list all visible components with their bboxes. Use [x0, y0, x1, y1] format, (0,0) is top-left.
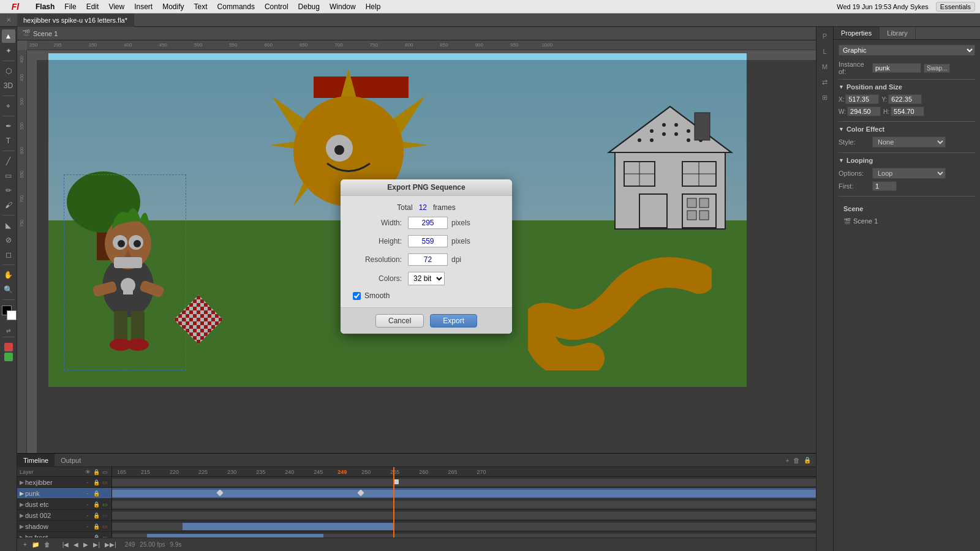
btn-play[interactable]: ▶	[82, 541, 89, 548]
options-select[interactable]: Loop Play Once Single Frame	[872, 168, 946, 179]
file-tab[interactable]: hexjibber vs spike-u v16 letters.fla*	[17, 13, 134, 27]
btn-delete-layer[interactable]: 🗑	[43, 541, 51, 548]
menu-modify[interactable]: Modify	[157, 0, 189, 13]
btn-add-folder[interactable]: 📁	[31, 541, 40, 548]
swap-colors-icon[interactable]: ⇄	[6, 328, 11, 334]
btn-first-frame[interactable]: |◀	[61, 541, 70, 548]
tool-brush[interactable]: 🖌	[2, 198, 15, 212]
menu-view[interactable]: View	[104, 0, 129, 13]
tool-paint-bucket[interactable]: ◣	[2, 219, 15, 232]
first-input[interactable]	[872, 181, 897, 191]
essentials-button[interactable]: Essentials	[936, 2, 975, 12]
menu-commands[interactable]: Commands	[213, 0, 260, 13]
tool-select[interactable]: ▲	[2, 29, 15, 43]
width-input[interactable]	[408, 217, 448, 229]
btn-add-layer[interactable]: +	[22, 541, 28, 548]
type-select[interactable]: Graphic Movie Clip Button	[839, 45, 975, 56]
layer-outline-dust[interactable]: ▭	[100, 501, 109, 508]
tool-pencil[interactable]: ✏	[2, 184, 15, 197]
instance-of-input[interactable]	[872, 63, 921, 73]
scene-item-1[interactable]: 🎬 Scene 1	[843, 216, 970, 226]
snap-to-grid[interactable]	[4, 353, 13, 361]
colors-select[interactable]: 32 bit 24 bit 8 bit	[408, 272, 445, 285]
layer-dust-002[interactable]: ▶ dust 002 · 🔒 ▭	[17, 510, 111, 521]
layer-eye-shadow[interactable]: ·	[83, 523, 92, 530]
panel-icon-transform[interactable]: ⊞	[818, 91, 832, 104]
layer-eye-hexjibber[interactable]: ·	[83, 479, 92, 485]
resolution-input[interactable]	[408, 253, 448, 266]
layer-outline-punk[interactable]: ▭	[100, 490, 109, 497]
menu-file[interactable]: File	[59, 0, 81, 13]
btn-prev-frame[interactable]: ◀	[72, 541, 80, 548]
layer-dust-etc[interactable]: ▶ dust etc · 🔒 ▭	[17, 499, 111, 510]
panel-icon-swap[interactable]: ⇄	[818, 75, 832, 89]
tool-rect[interactable]: ▭	[2, 169, 15, 182]
tool-lasso[interactable]: ⌖	[2, 99, 15, 113]
panel-icon-motion[interactable]: M	[818, 60, 832, 73]
menu-help[interactable]: Help	[361, 0, 386, 13]
snap-to-objects[interactable]	[4, 343, 13, 351]
tool-freetransform[interactable]: ⬡	[2, 64, 15, 78]
layer-outline-hexjibber[interactable]: ▭	[100, 479, 109, 485]
menu-edit[interactable]: Edit	[81, 0, 104, 13]
lock-all-icon[interactable]: 🔒	[804, 457, 811, 463]
tool-eraser[interactable]: ◻	[2, 248, 15, 261]
tool-pen[interactable]: ✒	[2, 119, 15, 133]
add-layer-icon[interactable]: +	[786, 457, 790, 464]
color-effect-header[interactable]: Color Effect	[839, 126, 975, 133]
output-tab[interactable]: Output	[55, 454, 87, 467]
layer-punk[interactable]: ▶ punk · 🔒 ▭	[17, 488, 111, 499]
layer-lock-dust[interactable]: 🔒	[92, 501, 100, 508]
menu-debug[interactable]: Debug	[293, 0, 325, 13]
tool-line[interactable]: ╱	[2, 154, 15, 168]
center-area: 🎬 Scene 1 250 295 350 400 450 500 550 60…	[17, 27, 816, 551]
layer-hexjibber[interactable]: ▶ hexjibber · 🔒 ▭	[17, 477, 111, 488]
tool-3d[interactable]: 3D	[2, 79, 15, 92]
layer-outline-shadow[interactable]: ▭	[100, 523, 109, 530]
height-input[interactable]	[408, 235, 448, 247]
layer-eye-punk[interactable]: ·	[83, 490, 92, 497]
menu-control[interactable]: Control	[260, 0, 293, 13]
tool-zoom[interactable]: 🔍	[2, 283, 15, 296]
panel-icon-library[interactable]: L	[818, 45, 832, 58]
tool-eyedropper[interactable]: ⊘	[2, 233, 15, 247]
fill-color-box[interactable]	[7, 310, 17, 320]
export-button[interactable]: Export	[430, 314, 477, 328]
layer-outline-dust002[interactable]: ▭	[100, 512, 109, 519]
layer-lock-shadow[interactable]: 🔒	[92, 523, 100, 530]
menu-flash[interactable]: Flash	[31, 0, 59, 13]
swap-button[interactable]: Swap...	[924, 64, 950, 73]
layer-lock-punk[interactable]: 🔒	[92, 490, 100, 497]
position-size-header[interactable]: Position and Size	[839, 83, 975, 91]
cancel-button[interactable]: Cancel	[375, 314, 424, 328]
delete-layer-icon[interactable]: 🗑	[793, 457, 800, 464]
tab-close-icon[interactable]: ✕	[0, 13, 17, 27]
btn-next-frame[interactable]: ▶|	[92, 541, 101, 548]
layer-eye-dust002[interactable]: ·	[83, 512, 92, 519]
layer-lock-hexjibber[interactable]: 🔒	[92, 479, 100, 485]
tool-hand[interactable]: ✋	[2, 268, 15, 282]
menu-window[interactable]: Window	[325, 0, 361, 13]
layer-lock-dust002[interactable]: 🔒	[92, 512, 100, 519]
tool-subselect[interactable]: ✦	[2, 44, 15, 58]
layer-bg-front[interactable]: ▶ bg front · 🔒 ▭	[17, 532, 111, 538]
tab-library[interactable]: Library	[880, 27, 916, 39]
timeline-tab[interactable]: Timeline	[17, 454, 55, 467]
tab-properties[interactable]: Properties	[834, 27, 880, 39]
btn-last-frame[interactable]: ▶▶|	[104, 541, 118, 548]
menu-text[interactable]: Text	[189, 0, 213, 13]
h-input[interactable]	[891, 107, 924, 116]
x-input[interactable]	[845, 94, 879, 104]
looping-header[interactable]: Looping	[839, 157, 975, 164]
layer-shadow[interactable]: ▶ shadow · 🔒 ▭	[17, 521, 111, 532]
y-input[interactable]	[888, 94, 922, 104]
style-select[interactable]: None Brightness Tint Alpha Advanced	[872, 137, 946, 148]
tool-text[interactable]: T	[2, 134, 15, 148]
w-input[interactable]	[847, 107, 881, 116]
smooth-checkbox[interactable]	[353, 292, 361, 300]
color-boxes[interactable]	[2, 305, 15, 321]
menu-insert[interactable]: Insert	[129, 0, 157, 13]
layer-eye-dust[interactable]: ·	[83, 501, 92, 508]
panel-icon-properties[interactable]: P	[818, 29, 832, 43]
frame-num-235: 235	[246, 469, 275, 475]
